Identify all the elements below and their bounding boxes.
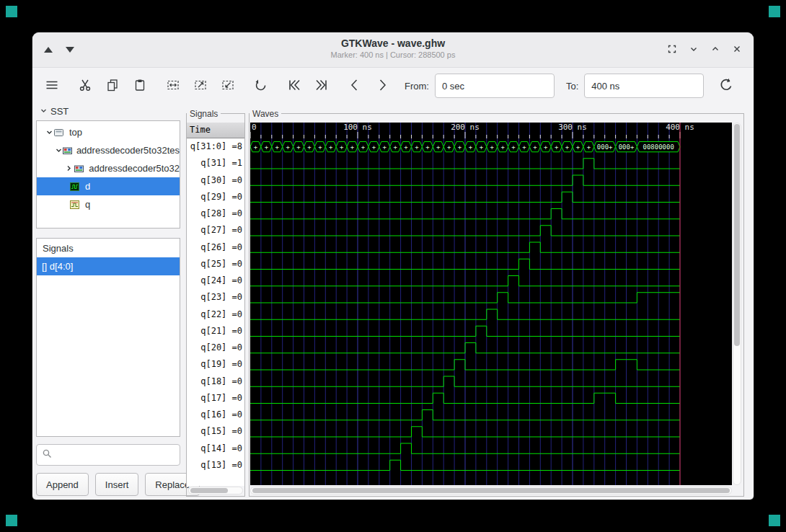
tree-item-top[interactable]: top: [37, 123, 180, 141]
tree-item-addressdecoder5to32tes[interactable]: addressdecoder5to32tes: [37, 141, 180, 159]
svg-text:+: +: [565, 143, 570, 151]
signal-name-row[interactable]: q[27] =0: [187, 222, 244, 239]
signal-name-row[interactable]: q[17] =0: [187, 390, 244, 407]
svg-text:+: +: [393, 143, 397, 151]
menu-button[interactable]: [41, 75, 63, 97]
signal-name-row[interactable]: q[21] =0: [187, 323, 244, 340]
jump-to-start-button[interactable]: [283, 75, 305, 97]
svg-text:+: +: [436, 143, 441, 151]
paste-button[interactable]: [129, 75, 151, 97]
svg-text:100 ns: 100 ns: [343, 123, 372, 132]
undo-button[interactable]: [250, 75, 272, 97]
titlebar-right-controls: [667, 32, 742, 67]
waves-frame-label: Waves: [250, 109, 281, 119]
sst-expander-icon[interactable]: [40, 106, 48, 117]
signal-name-row[interactable]: q[13] =0: [187, 457, 244, 474]
from-label: From:: [405, 81, 429, 92]
shift-left-button[interactable]: [344, 75, 366, 97]
window-subtitle: Marker: 400 ns | Cursor: 288500 ps: [32, 50, 754, 59]
waves-horizontal-scrollbar[interactable]: [250, 487, 732, 495]
svg-text:+: +: [555, 143, 559, 151]
scrollbar-thumb[interactable]: [252, 488, 730, 493]
to-label: To:: [566, 81, 578, 92]
svg-text:00800000: 00800000: [643, 143, 674, 151]
signal-name-row[interactable]: q[25] =0: [187, 256, 244, 272]
titlebar: GTKWave - wave.ghw Marker: 400 ns | Curs…: [32, 32, 754, 68]
signal-name-row[interactable]: q[24] =0: [187, 272, 244, 289]
signal-name-row[interactable]: q[15] =0: [187, 423, 244, 440]
copy-button[interactable]: [102, 75, 123, 97]
jump-to-end-button[interactable]: [311, 75, 332, 97]
corner-marker: [769, 515, 780, 526]
expander-closed-icon[interactable]: [64, 164, 74, 172]
svg-text:+: +: [350, 143, 355, 151]
svg-text:+: +: [275, 143, 280, 151]
wave-canvas[interactable]: 0100 ns200 ns300 ns400 ns+++++++++++++++…: [250, 123, 732, 485]
svg-text:0: 0: [252, 123, 257, 132]
tree-item-q[interactable]: q: [37, 195, 180, 213]
signal-name-row[interactable]: q[19] =0: [187, 356, 244, 373]
tree-item-addressdecoder5to32[interactable]: addressdecoder5to32: [37, 159, 180, 177]
zoom-fit-button[interactable]: [162, 75, 184, 97]
expander-open-icon[interactable]: [44, 128, 54, 136]
search-input[interactable]: [56, 449, 175, 461]
cut-button[interactable]: [74, 75, 96, 97]
window-title: GTKWave - wave.ghw: [32, 37, 754, 49]
svg-text:+: +: [544, 143, 548, 151]
scrollbar-thumb[interactable]: [734, 124, 740, 346]
signal-name-row[interactable]: q[28] =0: [187, 205, 244, 222]
restore-button[interactable]: [667, 44, 677, 56]
reload-button[interactable]: [715, 75, 737, 97]
close-icon: [732, 44, 742, 56]
sst-header: SST: [40, 106, 69, 117]
signal-name-row[interactable]: q[18] =0: [187, 373, 244, 390]
minimize-button[interactable]: [689, 44, 699, 56]
zoom-out-button[interactable]: [217, 75, 239, 97]
append-button[interactable]: Append: [36, 473, 89, 496]
signal-name-row[interactable]: q[31] =1: [187, 155, 244, 172]
chevron-down-icon: [689, 44, 699, 56]
to-input[interactable]: [584, 74, 704, 98]
time-header: Time: [187, 123, 244, 138]
chevron-up-icon: [710, 44, 720, 56]
insert-button[interactable]: Insert: [95, 473, 139, 496]
zoom-fit-icon: [166, 78, 180, 94]
svg-text:+: +: [533, 143, 537, 151]
signal-name-row[interactable]: q[23] =0: [187, 289, 244, 306]
wave-signal2-icon: [70, 200, 81, 209]
svg-text:+: +: [415, 143, 419, 151]
left-signals-list: [] d[4:0]: [37, 257, 180, 275]
signal-name-row[interactable]: q[31:0] =8: [187, 138, 244, 155]
waves-vertical-scrollbar[interactable]: [733, 123, 741, 485]
svg-text:+: +: [296, 143, 301, 151]
jump-to-start-icon: [287, 78, 301, 94]
signal-list-item[interactable]: [] d[4:0]: [37, 257, 180, 275]
signal-name-row[interactable]: q[16] =0: [187, 407, 244, 423]
corner-marker: [769, 6, 780, 17]
svg-text:+: +: [458, 143, 462, 151]
signal-name-row[interactable]: q[26] =0: [187, 239, 244, 256]
signal-name-rows: q[31:0] =8q[31] =1q[30] =0q[29] =0q[28] …: [187, 138, 244, 486]
svg-text:+: +: [522, 143, 526, 151]
from-input[interactable]: [435, 74, 555, 98]
signal-name-row[interactable]: q[29] =0: [187, 189, 244, 205]
shift-left-icon: [348, 78, 362, 94]
signal-name-row[interactable]: q[14] =0: [187, 440, 244, 457]
maximize-button[interactable]: [710, 44, 720, 56]
expander-open-icon[interactable]: [54, 146, 63, 154]
signal-name-row[interactable]: q[20] =0: [187, 340, 244, 356]
signal-name-row[interactable]: q[30] =0: [187, 172, 244, 189]
signal-name-row[interactable]: q[22] =0: [187, 306, 244, 323]
zoom-in-button[interactable]: [190, 75, 211, 97]
search-box: [36, 444, 180, 466]
close-button[interactable]: [732, 44, 742, 56]
scrollbar-thumb[interactable]: [190, 488, 228, 493]
wave-signal-icon: [70, 182, 81, 191]
svg-text:+: +: [404, 143, 408, 151]
left-signals-panel: Signals [] d[4:0]: [36, 238, 180, 437]
signals-horizontal-scrollbar[interactable]: [188, 487, 243, 495]
shift-right-button[interactable]: [371, 75, 393, 97]
svg-text:+: +: [307, 143, 312, 151]
tree-item-d[interactable]: d: [37, 177, 180, 195]
signals-frame-label: Signals: [187, 109, 221, 119]
